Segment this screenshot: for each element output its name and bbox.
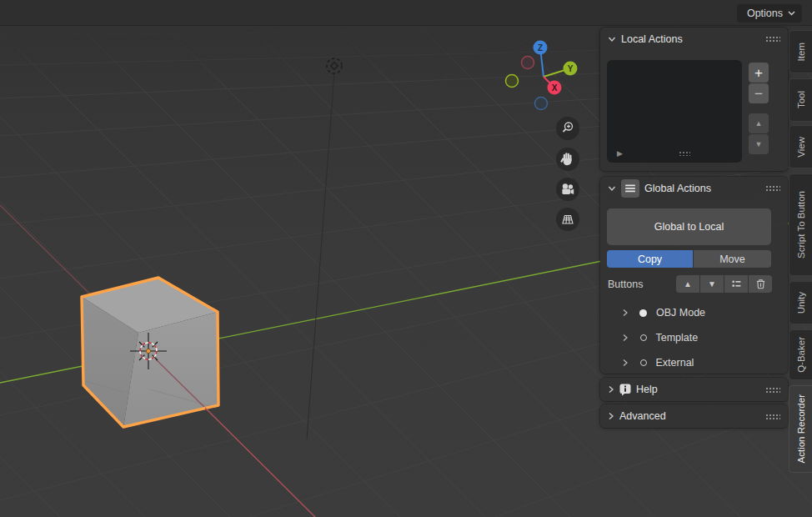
menu-icon[interactable] [621,179,639,198]
panel-global-actions-header[interactable]: Global Actions [600,177,788,199]
move-up-button[interactable]: ▲ [749,113,769,133]
expand-chevron-icon[interactable] [622,334,629,342]
expand-chevron-icon[interactable] [622,359,629,367]
tab-tool[interactable]: Tool [789,78,812,122]
delete-button[interactable] [749,275,772,293]
options-button[interactable]: Options [737,4,802,23]
chevron-down-icon [608,185,616,192]
radio-selected-icon[interactable] [639,309,647,317]
panel-grip-icon[interactable] [765,414,780,419]
tab-unity[interactable]: Unity [789,281,812,324]
panel-grip-icon[interactable] [765,387,780,393]
radio-unselected-icon[interactable] [640,359,647,366]
list-resize-grip-icon[interactable] [679,151,690,156]
panel-local-actions: Local Actions ▶ + − ▲ ▼ [600,28,788,171]
blender-3d-viewport: Z Y X [0,0,812,517]
radio-unselected-icon[interactable] [640,334,647,341]
action-label: OBJ Mode [656,307,705,319]
chevron-right-icon [608,385,614,394]
chevron-down-icon [788,11,795,16]
tab-script-to-button[interactable]: Script To Button [789,173,812,276]
buttons-label: Buttons [608,275,643,293]
action-row-obj-mode[interactable]: OBJ Mode [600,304,788,322]
list-options-icon [731,279,742,289]
svg-text:Y: Y [568,64,574,73]
list-filter-toggle-icon[interactable]: ▶ [617,149,623,158]
action-label: External [656,357,694,369]
panel-grip-icon[interactable] [765,36,780,42]
svg-text:Z: Z [538,43,543,53]
chevron-right-icon [608,412,614,420]
tab-action-recorder[interactable]: Action Recorder [789,385,812,473]
local-actions-list[interactable]: ▶ [607,60,742,163]
perspective-button[interactable] [556,208,579,231]
gizmo-x-neg-ball[interactable] [522,57,534,69]
global-to-local-button[interactable]: Global to Local [607,208,771,245]
panel-local-actions-header[interactable]: Local Actions [600,28,788,50]
action-label: Template [656,332,699,344]
zoom-button[interactable] [556,117,579,140]
panel-advanced: Advanced [600,404,788,428]
add-action-button[interactable]: + [749,63,769,83]
gizmo-z-neg-ball[interactable] [535,98,548,110]
panel-global-actions: Global Actions Global to Local Copy Move… [600,177,788,374]
options-label: Options [747,8,783,19]
chevron-down-icon [608,36,616,43]
gizmo-y-neg-ball[interactable] [506,75,519,88]
list-options-button[interactable] [724,275,748,293]
panel-grip-icon[interactable] [765,185,780,191]
panel-help: Help [600,378,788,401]
move-down-button[interactable]: ▼ [749,134,769,154]
svg-text:X: X [552,83,558,93]
info-icon [619,384,631,396]
panel-title: Global Actions [644,183,711,194]
move-item-down-button[interactable]: ▼ [700,275,724,293]
gizmo-z-ball[interactable]: Z [534,41,548,55]
viewport-header: Options [0,0,812,26]
tab-item[interactable]: Item [789,30,812,73]
gizmo-y-ball[interactable]: Y [564,62,578,76]
panel-title: Advanced [619,410,666,422]
panel-advanced-header[interactable]: Advanced [600,404,788,428]
expand-chevron-icon[interactable] [622,309,629,317]
remove-action-button[interactable]: − [749,83,769,103]
gizmo-x-ball[interactable]: X [548,81,562,95]
tab-view[interactable]: View [789,125,812,168]
pan-button[interactable] [556,148,579,171]
move-toggle-button[interactable]: Move [694,250,771,268]
buttons-toolbar: ▲ ▼ [676,275,772,293]
panel-title: Local Actions [621,33,683,45]
camera-button[interactable] [556,178,579,201]
trash-icon [755,279,766,289]
object-origin-dot [146,349,150,353]
panel-title: Help [636,384,658,395]
action-row-external[interactable]: External [600,354,788,372]
panel-help-header[interactable]: Help [600,378,788,401]
move-item-up-button[interactable]: ▲ [676,275,699,293]
copy-toggle-button[interactable]: Copy [607,250,693,268]
tab-q-baker[interactable]: Q-Baker [789,329,812,380]
action-row-template[interactable]: Template [600,329,788,347]
